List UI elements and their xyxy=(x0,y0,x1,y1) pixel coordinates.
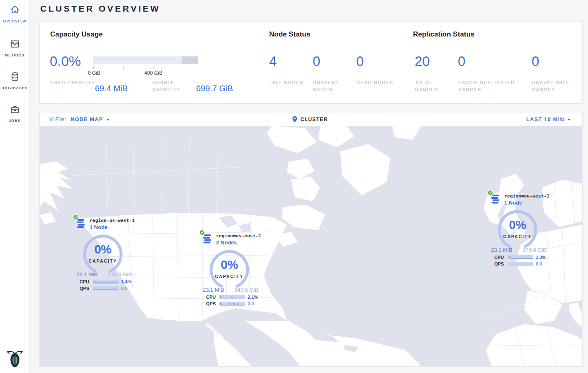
sidebar-item-jobs[interactable]: JOBS xyxy=(0,104,29,123)
region-label: region=us-east-1 xyxy=(216,233,261,239)
usable-capacity-label: USABLE CAPACITY xyxy=(153,79,202,93)
live-nodes-label: LIVE NODES xyxy=(270,79,307,86)
capacity-ring: 0% CAPACITY xyxy=(209,249,250,290)
qps-label: QPS xyxy=(494,261,505,266)
page-title: CLUSTER OVERVIEW xyxy=(40,4,160,14)
cpu-label: CPU xyxy=(80,279,90,284)
used-capacity-value: 69.4 MiB xyxy=(95,84,128,93)
database-icon xyxy=(10,71,20,84)
cpu-value: 1.4% xyxy=(121,279,131,284)
capacity-usage-bar xyxy=(93,56,198,64)
cpu-value: 1.3% xyxy=(536,255,546,260)
home-icon xyxy=(10,5,20,17)
capacity-tick-label: 400 GiB xyxy=(144,70,162,76)
sidebar-item-overview[interactable]: OVERVIEW xyxy=(0,5,29,23)
node-popup-eu-west-1[interactable]: region=eu-west-1 1 Node 0% CAPACITY 23.1… xyxy=(490,193,553,266)
capacity-ring: 0% CAPACITY xyxy=(82,234,124,275)
metrics-icon xyxy=(10,39,20,51)
region-label: region=us-west-1 xyxy=(90,218,135,223)
under-replicated-ranges-label: UNDER-REPLICATED RANGES xyxy=(458,79,525,93)
capacity-tick-label: 0 GiB xyxy=(88,70,100,76)
breadcrumb-cluster: CLUSTER xyxy=(300,117,328,122)
capacity-label: CAPACITY xyxy=(209,274,250,279)
briefcase-icon xyxy=(10,104,20,117)
live-nodes-value: 4 xyxy=(269,54,277,69)
dead-nodes-label: DEAD NODES xyxy=(357,79,394,86)
qps-label: QPS xyxy=(206,301,217,306)
capacity-tick xyxy=(93,66,94,69)
qps-sparkline xyxy=(508,262,533,266)
capacity-label: CAPACITY xyxy=(497,234,538,239)
under-replicated-ranges-value: 0 xyxy=(458,54,465,69)
cpu-sparkline xyxy=(219,295,245,299)
view-selector-value: NODE MAP xyxy=(70,117,103,122)
capacity-tick xyxy=(183,66,183,69)
cpu-label: CPU xyxy=(494,255,505,260)
dead-nodes-value: 0 xyxy=(356,54,364,69)
cpu-value: 2.1% xyxy=(248,295,258,300)
node-status-title: Node Status xyxy=(269,30,310,39)
used-capacity-label: USED CAPACITY xyxy=(50,79,100,86)
replication-status-title: Replication Status xyxy=(413,30,474,39)
capacity-label: CAPACITY xyxy=(82,258,124,263)
cockroachdb-logo xyxy=(0,348,29,370)
cpu-sparkline xyxy=(508,255,533,259)
sidebar-item-label: JOBS xyxy=(0,119,29,123)
healthy-check-icon xyxy=(73,214,79,220)
unavailable-ranges-value: 0 xyxy=(532,54,539,69)
suspect-nodes-value: 0 xyxy=(313,54,320,69)
chevron-down-icon xyxy=(567,119,571,121)
map-toolbar: VIEW: NODE MAP CLUSTER LAST 10 MIN xyxy=(39,112,583,126)
capacity-used-percent: 0.0% xyxy=(50,54,81,69)
qps-sparkline xyxy=(93,286,119,290)
sidebar-item-label: DATABASES xyxy=(0,86,29,90)
cluster-overview-page: OVERVIEW METRICS DATABASES xyxy=(0,0,588,373)
sidebar-item-databases[interactable]: DATABASES xyxy=(0,71,29,90)
capacity-percent: 0% xyxy=(209,258,250,272)
cpu-sparkline xyxy=(93,280,119,284)
node-count-link[interactable]: 1 Node xyxy=(504,200,549,206)
sidebar-item-label: OVERVIEW xyxy=(0,19,29,23)
qps-value: 0.0 xyxy=(536,261,542,266)
capacity-bar-end-segment xyxy=(182,56,198,64)
view-selector-dropdown[interactable]: NODE MAP xyxy=(70,117,109,122)
total-ranges-label: TOTAL RANGES xyxy=(415,79,452,93)
healthy-check-icon xyxy=(487,190,493,196)
node-popup-us-west-1[interactable]: region=us-west-1 1 Node 0% CAPACITY 23.1… xyxy=(75,218,138,291)
node-popup-us-east-1[interactable]: region=us-east-1 2 Nodes 0% CAPACITY 23.… xyxy=(202,233,265,306)
time-range-value: LAST 10 MIN xyxy=(526,117,564,122)
suspect-nodes-label: SUSPECT NODES xyxy=(313,79,350,93)
node-count-link[interactable]: 2 Nodes xyxy=(216,239,261,246)
view-label: VIEW: xyxy=(49,117,67,122)
summary-panel: Capacity Usage 0.0% 0 GiB 400 GiB USED C… xyxy=(39,21,583,104)
sidebar-item-label: METRICS xyxy=(0,53,29,57)
total-ranges-value: 20 xyxy=(415,54,430,69)
region-label: region=eu-west-1 xyxy=(504,193,549,199)
chevron-down-icon xyxy=(106,119,109,121)
capacity-tick xyxy=(123,66,124,69)
breadcrumb[interactable]: CLUSTER xyxy=(292,112,328,126)
qps-label: QPS xyxy=(80,286,90,291)
node-count-link[interactable]: 1 Node xyxy=(90,224,135,230)
map-pin-icon xyxy=(292,116,297,123)
capacity-ring: 0% CAPACITY xyxy=(497,209,538,251)
qps-value: 0.0 xyxy=(121,286,127,291)
cpu-label: CPU xyxy=(206,295,217,300)
capacity-usage-title: Capacity Usage xyxy=(50,30,103,39)
sidebar-item-metrics[interactable]: METRICS xyxy=(0,39,29,57)
healthy-check-icon xyxy=(199,229,205,236)
unavailable-ranges-label: UNAVAILABLE RANGES xyxy=(532,79,582,93)
time-range-dropdown[interactable]: LAST 10 MIN xyxy=(526,117,571,122)
qps-sparkline xyxy=(219,302,245,306)
capacity-percent: 0% xyxy=(497,218,538,232)
usable-capacity-value: 699.7 GiB xyxy=(196,84,233,93)
qps-value: 0.0 xyxy=(248,301,254,306)
capacity-tick xyxy=(153,66,153,69)
capacity-percent: 0% xyxy=(82,243,124,256)
node-map: region=us-west-1 1 Node 0% CAPACITY 23.1… xyxy=(39,126,583,367)
sidebar: OVERVIEW METRICS DATABASES xyxy=(0,0,29,373)
